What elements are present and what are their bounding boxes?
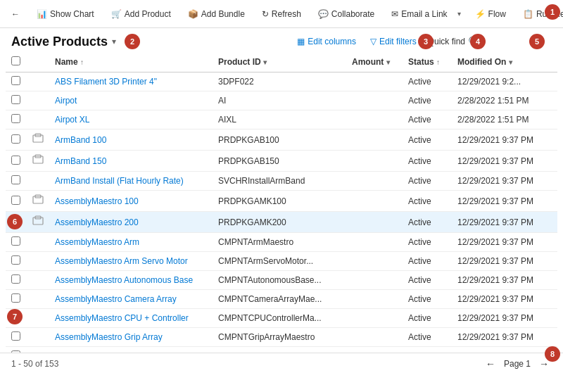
row-name-cell: AssemblyMaestro Arm (49, 233, 213, 252)
row-productid-cell: CMPNTArmServoMotor... (213, 252, 346, 271)
row-amount-cell (346, 212, 403, 233)
collaborate-button[interactable]: 💬 Collaborate (312, 6, 380, 22)
header-icon (27, 52, 49, 72)
product-name-link[interactable]: AssemblyMaestro CPU + Controller (55, 313, 189, 323)
row-checkbox[interactable] (11, 236, 20, 246)
header-name[interactable]: Name ↑ (49, 52, 213, 72)
product-name-link[interactable]: ArmBand Install (Flat Hourly Rate) (55, 176, 184, 186)
table-row: ArmBand 150 PRDPKGAB150 Active 12/29/202… (6, 151, 557, 172)
prev-page-button[interactable]: ← (483, 357, 498, 371)
row-icon-cell (27, 91, 49, 110)
row-checkbox[interactable] (11, 274, 20, 284)
row-checkbox-cell (6, 347, 27, 353)
row-modifiedon-cell: 12/29/2021 9:37 PM (452, 172, 557, 191)
annotation-3: 3 (418, 34, 434, 49)
show-chart-button[interactable]: 📊 Show Chart (31, 6, 100, 22)
row-icon-cell (27, 328, 49, 347)
row-amount-cell (346, 172, 403, 191)
title-chevron[interactable]: ▾ (112, 37, 116, 46)
page-header: Active Products ▾ 2 ▦ Edit columns ▽ Edi… (0, 28, 563, 52)
header-productid[interactable]: Product ID ▾ (213, 52, 346, 72)
row-modifiedon-cell: 12/29/2021 9:37 PM (452, 290, 557, 309)
row-icon-cell (27, 309, 49, 328)
row-productid-cell: CMPNTArmMaestro (213, 233, 346, 252)
row-checkbox[interactable] (11, 331, 20, 341)
row-checkbox[interactable] (11, 175, 20, 184)
email-link-button[interactable]: ✉ Email a Link (386, 6, 453, 22)
product-name-link[interactable]: ArmBand 100 (55, 135, 106, 145)
product-name-link[interactable]: AssemblyMaestro Arm Servo Motor (55, 256, 188, 266)
back-button[interactable]: ← (6, 6, 25, 22)
row-name-cell: Airpot XL (49, 110, 213, 129)
add-product-button[interactable]: 🛒 Add Product (106, 6, 177, 22)
row-checkbox[interactable] (11, 293, 20, 303)
row-checkbox[interactable] (11, 76, 20, 85)
row-name-cell: ArmBand 150 (49, 151, 213, 172)
row-name-cell: ArmBand 100 (49, 129, 213, 151)
row-icon-cell (27, 110, 49, 129)
refresh-button[interactable]: ↻ Refresh (256, 6, 307, 22)
header-status[interactable]: Status ↑ (403, 52, 452, 72)
add-bundle-button[interactable]: 📦 Add Bundle (182, 6, 251, 22)
row-icon-cell (27, 172, 49, 191)
table-row: AssemblyMaestro Arm CMPNTArmMaestro Acti… (6, 233, 557, 252)
header-modifiedon[interactable]: Modified On ▾ (452, 52, 557, 72)
row-checkbox[interactable] (11, 95, 20, 104)
row-checkbox[interactable] (11, 114, 20, 123)
row-amount-cell (346, 252, 403, 271)
table-row: AssemblyMaestro Camera Array CMPNTCamera… (6, 290, 557, 309)
chart-icon: 📊 (37, 9, 47, 19)
row-productid-cell: CMPNTCameraArrayMae... (213, 290, 346, 309)
header-actions: ▦ Edit columns ▽ Edit filters Quick find… (294, 34, 552, 49)
modifiedon-sort-icon: ▾ (509, 58, 512, 66)
select-all-checkbox[interactable] (11, 56, 20, 65)
edit-filters-button[interactable]: ▽ Edit filters (367, 35, 419, 48)
annotation-5: 5 (529, 34, 545, 49)
product-name-link[interactable]: AssemblyMaestro Autonomous Base (55, 275, 193, 285)
row-checkbox-cell (6, 290, 27, 309)
row-name-cell: AssemblyMaestro Grip Array (49, 328, 213, 347)
row-status-cell: Active (403, 233, 452, 252)
footer: 1 - 50 of 153 ← Page 1 → 8 (0, 353, 563, 374)
row-productid-cell: AI (213, 91, 346, 110)
product-name-link[interactable]: AssemblyMaestro 100 (55, 196, 139, 206)
row-checkbox[interactable] (11, 156, 20, 165)
row-name-cell: AssemblyMaestro Autonomous Base (49, 271, 213, 290)
email-chevron-button[interactable]: ▾ (455, 7, 464, 20)
flow-button[interactable]: ⚡ Flow (469, 6, 512, 22)
product-name-link[interactable]: AssemblyMaestro Grip Array (55, 332, 163, 342)
row-icon-cell (27, 290, 49, 309)
row-name-cell: Airpot (49, 91, 213, 110)
product-table-container: Name ↑ Product ID ▾ Amount ▾ Status ↑ Mo… (0, 52, 563, 353)
edit-columns-button[interactable]: ▦ Edit columns (294, 35, 359, 48)
row-modifiedon-cell: 2/28/2022 1:51 PM (452, 91, 557, 110)
name-sort-icon: ↑ (80, 58, 84, 66)
page-title: Active Products (11, 34, 108, 49)
row-modifiedon-cell: 12/29/2021 9:37 PM (452, 129, 557, 151)
row-amount-cell (346, 129, 403, 151)
header-amount[interactable]: Amount ▾ (346, 52, 403, 72)
row-status-cell: Active (403, 347, 452, 353)
product-name-link[interactable]: Airpot XL (55, 115, 89, 125)
row-checkbox[interactable] (11, 255, 20, 265)
row-productid-cell: PRDPKGAMK100 (213, 191, 346, 212)
row-modifiedon-cell: 12/29/2021 9:37 PM (452, 309, 557, 328)
row-checkbox[interactable] (11, 134, 20, 144)
product-name-link[interactable]: AssemblyMaestro Arm (55, 237, 139, 247)
page-indicator: Page 1 (504, 359, 531, 369)
product-name-link[interactable]: ArmBand 150 (55, 156, 106, 166)
row-status-cell: Active (403, 72, 452, 91)
row-productid-cell: CMPNTPowerCMPNTMa... (213, 347, 346, 353)
table-row: ABS Filament 3D Printer 4" 3DPF022 Activ… (6, 72, 557, 91)
table-row: AssemblyMaestro Power Unit CMPNTPowerCMP… (6, 347, 557, 353)
row-checkbox[interactable] (11, 196, 20, 205)
table-row: ArmBand Install (Flat Hourly Rate) SVCHR… (6, 172, 557, 191)
row-amount-cell (346, 290, 403, 309)
product-name-link[interactable]: Airpot (55, 96, 77, 106)
row-checkbox-cell (6, 110, 27, 129)
row-name-cell: AssemblyMaestro Arm Servo Motor (49, 252, 213, 271)
product-name-link[interactable]: ABS Filament 3D Printer 4" (55, 77, 157, 87)
annotation-7: 7 (7, 309, 23, 324)
product-name-link[interactable]: AssemblyMaestro Camera Array (55, 294, 177, 304)
product-name-link[interactable]: AssemblyMaestro 200 (55, 217, 139, 227)
